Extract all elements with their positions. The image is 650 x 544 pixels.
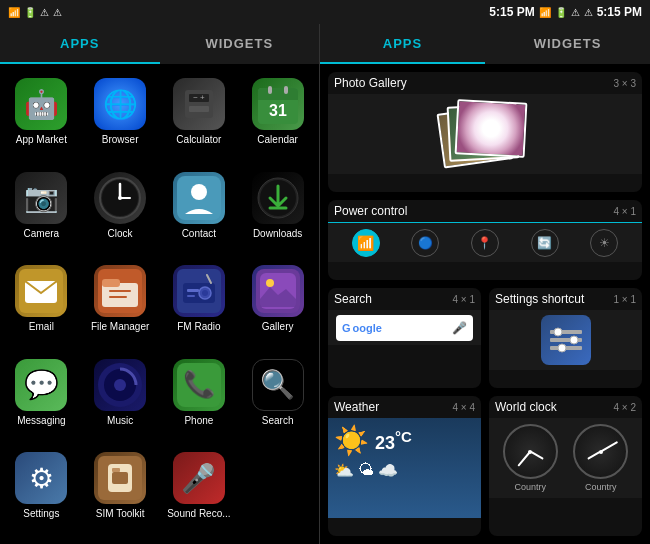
weather-forecast: ⛅ 🌤 ☁️ bbox=[334, 461, 475, 480]
app-item-calculator[interactable]: − + Calculator bbox=[162, 72, 237, 162]
clock-center-0 bbox=[528, 450, 532, 454]
app-item-messaging[interactable]: 💬Messaging bbox=[4, 353, 79, 443]
svg-point-16 bbox=[118, 196, 122, 200]
brightness-button[interactable]: ☀ bbox=[590, 229, 618, 257]
app-item-browser[interactable]: 🌐Browser bbox=[83, 72, 158, 162]
svg-point-51 bbox=[558, 344, 566, 352]
app-item-phone[interactable]: 📞 Phone bbox=[162, 353, 237, 443]
app-icon-sim-toolkit bbox=[94, 452, 146, 504]
photo-flower bbox=[457, 101, 526, 155]
app-icon-clock bbox=[94, 172, 146, 224]
svg-rect-5 bbox=[201, 106, 209, 112]
widget-power-control[interactable]: Power control4 × 1 📶 🔵 📍 🔄 ☀ bbox=[328, 200, 642, 280]
svg-point-39 bbox=[114, 379, 126, 391]
app-label-sound-recorder: Sound Reco... bbox=[167, 508, 230, 520]
main-container: APPS WIDGETS 🤖App Market🌐Browser − + Cal… bbox=[0, 24, 650, 544]
weather-unit: °C bbox=[395, 428, 412, 445]
app-item-contact[interactable]: Contact bbox=[162, 166, 237, 256]
clock-label-1: Country bbox=[585, 482, 617, 492]
left-status-time: 5:15 PM bbox=[489, 5, 534, 19]
svg-text:📞: 📞 bbox=[183, 368, 216, 400]
mic-icon[interactable]: 🎤 bbox=[452, 321, 467, 335]
app-item-search[interactable]: 🔍Search bbox=[240, 353, 315, 443]
svg-rect-11 bbox=[284, 86, 288, 94]
battery-icon: 🔋 bbox=[24, 7, 36, 18]
left-status-icons: 📶 🔋 ⚠ ⚠ bbox=[8, 7, 62, 18]
svg-rect-45 bbox=[112, 468, 120, 472]
svg-point-49 bbox=[570, 336, 578, 344]
weather-day-3: ☁️ bbox=[378, 461, 398, 480]
svg-rect-26 bbox=[102, 279, 120, 287]
weather-day-1: ⛅ bbox=[334, 461, 354, 480]
weather-day-2: 🌤 bbox=[358, 461, 374, 480]
svg-text:− +: − + bbox=[193, 93, 205, 102]
clock-minute-hand-1 bbox=[600, 441, 618, 452]
app-item-sound-recorder[interactable]: 🎤Sound Reco... bbox=[162, 446, 237, 536]
app-item-email[interactable]: Email bbox=[4, 259, 79, 349]
widget-title-search-widget: Search bbox=[334, 292, 372, 306]
clock-label-0: Country bbox=[514, 482, 546, 492]
left-status-bar: 📶 🔋 ⚠ ⚠ 5:15 PM 📶 🔋 ⚠ ⚠ 5:15 PM bbox=[0, 0, 650, 24]
bluetooth-button[interactable]: 🔵 bbox=[411, 229, 439, 257]
app-item-file-manager[interactable]: File Manager bbox=[83, 259, 158, 349]
app-icon-fm-radio bbox=[173, 265, 225, 317]
svg-point-36 bbox=[266, 279, 274, 287]
battery-right-icon: 🔋 bbox=[555, 7, 567, 18]
app-label-search: Search bbox=[262, 415, 294, 427]
weather-top: ☀️ 23°C bbox=[334, 424, 475, 457]
settings-shortcut-icon[interactable] bbox=[541, 315, 591, 365]
app-icon-contact bbox=[173, 172, 225, 224]
warning-icon-2: ⚠ bbox=[53, 7, 62, 18]
wifi-button[interactable]: 📶 bbox=[352, 229, 380, 257]
gps-button[interactable]: 📍 bbox=[471, 229, 499, 257]
app-icon-sound-recorder: 🎤 bbox=[173, 452, 225, 504]
left-tab-widgets[interactable]: WIDGETS bbox=[160, 24, 320, 64]
weather-preview: ☀️ 23°C ⛅ 🌤 ☁️ bbox=[328, 418, 481, 518]
widget-size-settings-shortcut: 1 × 1 bbox=[613, 294, 636, 305]
app-icon-email bbox=[15, 265, 67, 317]
app-label-app-market: App Market bbox=[16, 134, 67, 146]
app-item-sim-toolkit[interactable]: SIM Toolkit bbox=[83, 446, 158, 536]
widget-world-clock[interactable]: World clock4 × 2 Country bbox=[489, 396, 642, 536]
app-label-gallery: Gallery bbox=[262, 321, 294, 333]
app-label-sim-toolkit: SIM Toolkit bbox=[96, 508, 145, 520]
app-label-music: Music bbox=[107, 415, 133, 427]
app-icon-calculator: − + bbox=[173, 78, 225, 130]
left-status-time-area: 5:15 PM 📶 🔋 ⚠ ⚠ 5:15 PM bbox=[489, 5, 642, 19]
weather-temperature: 23°C bbox=[375, 428, 412, 454]
app-label-phone: Phone bbox=[184, 415, 213, 427]
app-item-settings[interactable]: ⚙Settings bbox=[4, 446, 79, 536]
app-item-clock[interactable]: Clock bbox=[83, 166, 158, 256]
widget-search-widget[interactable]: Search4 × 1 G oogle 🎤 bbox=[328, 288, 481, 388]
warning-right-icon-2: ⚠ bbox=[584, 7, 593, 18]
clock-face-1 bbox=[573, 424, 628, 479]
app-icon-settings: ⚙ bbox=[15, 452, 67, 504]
app-item-music[interactable]: Music bbox=[83, 353, 158, 443]
widget-settings-shortcut[interactable]: Settings shortcut1 × 1 bbox=[489, 288, 642, 388]
app-item-camera[interactable]: 📷Camera bbox=[4, 166, 79, 256]
app-icon-phone: 📞 bbox=[173, 359, 225, 411]
app-item-calendar[interactable]: 31 Calendar bbox=[240, 72, 315, 162]
svg-point-18 bbox=[191, 184, 207, 200]
svg-rect-8 bbox=[258, 96, 298, 100]
widget-title-settings-shortcut: Settings shortcut bbox=[495, 292, 584, 306]
svg-rect-32 bbox=[187, 295, 195, 297]
app-icon-app-market: 🤖 bbox=[15, 78, 67, 130]
photo-frame-3 bbox=[455, 99, 528, 158]
left-tab-apps[interactable]: APPS bbox=[0, 24, 160, 64]
app-item-downloads[interactable]: Downloads bbox=[240, 166, 315, 256]
widget-photo-gallery[interactable]: Photo Gallery3 × 3 bbox=[328, 72, 642, 192]
app-item-app-market[interactable]: 🤖App Market bbox=[4, 72, 79, 162]
app-icon-downloads bbox=[252, 172, 304, 224]
widget-size-photo-gallery: 3 × 3 bbox=[613, 78, 636, 89]
left-panel: APPS WIDGETS 🤖App Market🌐Browser − + Cal… bbox=[0, 24, 320, 544]
right-tab-apps[interactable]: APPS bbox=[320, 24, 485, 64]
app-label-browser: Browser bbox=[102, 134, 139, 146]
app-item-gallery[interactable]: Gallery bbox=[240, 259, 315, 349]
sync-button[interactable]: 🔄 bbox=[531, 229, 559, 257]
widget-weather[interactable]: Weather4 × 4 ☀️ 23°C ⛅ 🌤 ☁️ bbox=[328, 396, 481, 536]
widget-size-search-widget: 4 × 1 bbox=[452, 294, 475, 305]
search-bar-fake[interactable]: G oogle 🎤 bbox=[336, 315, 473, 341]
app-item-fm-radio[interactable]: FM Radio bbox=[162, 259, 237, 349]
right-tab-widgets[interactable]: WIDGETS bbox=[485, 24, 650, 64]
